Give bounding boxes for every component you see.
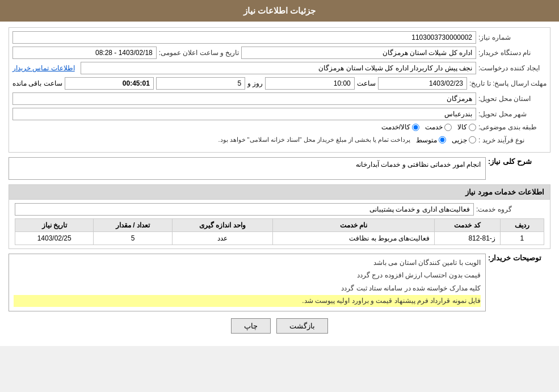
ijad-label: ایجاد کننده درخواست: — [478, 64, 547, 72]
radio-jozii[interactable]: جزیی — [452, 136, 476, 144]
group-label: گروه خدمت: — [476, 205, 544, 213]
noe-farayand-radio-group: جزیی متوسط — [416, 136, 476, 144]
radio-motavaset-input[interactable] — [439, 136, 446, 144]
buttons-row: بازگشت چاپ — [9, 318, 550, 334]
cell-nam: فعالیت‌های مربوط به نظافت — [272, 232, 434, 245]
radio-motavaset-label: متوسط — [416, 136, 437, 144]
buyer-note-line: قیمت بدون احتساب ارزش افزوده درج گردد — [14, 269, 481, 281]
cell-radif: 1 — [500, 232, 544, 245]
services-table-header: ردیف کد خدمت نام خدمت واحد اندازه گیری ت… — [15, 219, 544, 232]
mohlat-roz-label: روز و — [247, 79, 263, 87]
namdastgah-label: نام دستگاه خریدار: — [478, 49, 547, 57]
services-tbody: 1 ز-81-812 فعالیت‌های مربوط به نظافت عدد… — [15, 232, 544, 245]
mohlat-row: مهلت ارسال پاسخ: تا تاریخ: 1403/02/23 سا… — [12, 77, 547, 90]
sharh-value: انجام امور خدماتی نظافتی و خدمات آبدارخا… — [9, 157, 486, 180]
radio-motavaset[interactable]: متوسط — [416, 136, 446, 144]
group-value: فعالیت‌های اداری و خدمات پشتیبانی — [15, 203, 474, 216]
tarikh-label: تاریخ و ساعت اعلان عمومی: — [159, 49, 239, 57]
ostan-row: استان محل تحویل: هرمزگان — [12, 92, 547, 105]
radio-kala-khedmat[interactable]: کالا/خدمت — [381, 123, 419, 131]
radio-kala-khedmat-input[interactable] — [412, 124, 419, 131]
ostan-value: هرمزگان — [12, 92, 476, 105]
mohlat-saat-label: ساعت — [357, 79, 376, 87]
buyer-notes: الویت با تامین کنندگان استان می باشدقیمت… — [9, 254, 486, 311]
buyer-note-line: فایل نمونه قرارداد فرم پیشنهاد قیمت و بر… — [14, 295, 481, 306]
radio-khedmat[interactable]: خدمت — [425, 123, 452, 131]
chap-button[interactable]: چاپ — [231, 318, 271, 334]
bazgasht-button[interactable]: بازگشت — [276, 318, 328, 334]
header-row: ردیف کد خدمت نام خدمت واحد اندازه گیری ت… — [15, 219, 544, 232]
services-table: ردیف کد خدمت نام خدمت واحد اندازه گیری ت… — [15, 218, 544, 245]
noe-farayand-row: نوع فرآیند خرید : جزیی متوسط پرداخت تمام… — [12, 134, 547, 146]
col-tedad: تعداد / مقدار — [94, 219, 172, 232]
col-nam: نام خدمت — [272, 219, 434, 232]
shahr-label: شهر محل تحویل: — [478, 110, 547, 118]
ijad-row: ایجاد کننده درخواست: نجف پیش دار کاربردا… — [12, 62, 547, 74]
namdastgah-value: اداره کل شیلات استان هرمزگان — [241, 47, 476, 59]
radio-kala-khedmat-label: کالا/خدمت — [381, 123, 410, 131]
shomare-niaz-row: شماره نیاز: 1103003730000002 — [12, 31, 547, 44]
group-khedmat-row: گروه خدمت: فعالیت‌های اداری و خدمات پشتی… — [15, 203, 544, 216]
main-info-section: شماره نیاز: 1103003730000002 نام دستگاه … — [9, 27, 550, 153]
mohlat-baqi-label: ساعت باقی مانده — [12, 79, 62, 87]
mohlat-label: مهلت ارسال پاسخ: تا تاریخ: — [469, 79, 547, 87]
page-title: جزئیات اطلاعات نیاز — [243, 6, 316, 15]
radio-kala[interactable]: کالا — [457, 123, 476, 131]
namdastgah-row: نام دستگاه خریدار: اداره کل شیلات استان … — [12, 47, 547, 59]
cell-tarikh: 1403/02/25 — [15, 232, 94, 245]
shahr-value: بندرعباس — [12, 108, 476, 120]
tosaif-row: توصیحات خریدار: الویت با تامین کنندگان ا… — [9, 254, 550, 311]
khedamat-inner: گروه خدمت: فعالیت‌های اداری و خدمات پشتی… — [9, 200, 550, 248]
tabaqebandi-row: طبقه بندی موضوعی: کالا خدمت کالا/خدمت — [12, 123, 547, 131]
page-header: جزئیات اطلاعات نیاز — [0, 0, 559, 22]
tosaif-title: توصیحات خریدار: — [488, 254, 550, 262]
shahr-row: شهر محل تحویل: بندرعباس — [12, 108, 547, 120]
ostan-label: استان محل تحویل: — [478, 95, 547, 103]
radio-khedmat-label: خدمت — [425, 123, 443, 131]
cell-tedad: 5 — [94, 232, 172, 245]
radio-jozii-label: جزیی — [452, 136, 467, 144]
cell-vahed: عدد — [172, 232, 272, 245]
radio-khedmat-input[interactable] — [444, 124, 452, 131]
buyer-note-line: الویت با تامین کنندگان استان می باشد — [14, 257, 481, 268]
mohlat-saat: 10:00 — [265, 77, 354, 90]
khedamat-section: اطلاعات خدمات مورد نیاز گروه خدمت: فعالی… — [9, 184, 550, 249]
mohlat-baqi: 00:45:01 — [65, 77, 154, 90]
col-tarikh: تاریخ نیاز — [15, 219, 94, 232]
tarikh-value: 1403/02/18 - 08:28 — [12, 47, 157, 59]
tabaqebandi-label: طبقه بندی موضوعی: — [478, 123, 547, 131]
page-wrapper: جزئیات اطلاعات نیاز شماره نیاز: 11030037… — [0, 0, 559, 346]
mohlat-roz: 5 — [156, 77, 245, 90]
col-kod: کد خدمت — [435, 219, 501, 232]
sharh-row: شرح کلی نیاز: انجام امور خدماتی نظافتی و… — [9, 157, 550, 180]
main-content: شماره نیاز: 1103003730000002 نام دستگاه … — [0, 22, 559, 346]
cell-kod: ز-81-812 — [435, 232, 501, 245]
table-row: 1 ز-81-812 فعالیت‌های مربوط به نظافت عدد… — [15, 232, 544, 245]
ettelaat-link[interactable]: اطلاعات تماس خریدار — [12, 64, 75, 72]
shomare-niaz-label: شماره نیاز: — [478, 33, 547, 41]
col-radif: ردیف — [500, 219, 544, 232]
sharh-title: شرح کلی نیاز: — [488, 157, 550, 166]
khedamat-section-title: اطلاعات خدمات مورد نیاز — [9, 185, 550, 200]
radio-kala-label: کالا — [457, 123, 467, 131]
radio-kala-input[interactable] — [469, 124, 476, 131]
buyer-note-line: کلیه مدارک خواسته شده در سامانه ستاد ثبت… — [14, 283, 481, 294]
ijad-value: نجف پیش دار کاربردار اداره کل شیلات استا… — [81, 62, 476, 74]
purchase-note: پرداخت تمام یا بخشی از مبلغ خریداز محل "… — [12, 134, 414, 146]
form-grid: شماره نیاز: 1103003730000002 نام دستگاه … — [9, 28, 550, 152]
noe-farayand-label: نوع فرآیند خرید : — [478, 136, 547, 144]
col-vahed: واحد اندازه گیری — [172, 219, 272, 232]
radio-jozii-input[interactable] — [469, 136, 476, 144]
mohlat-date: 1403/02/23 — [378, 77, 467, 90]
tabaqebandi-radio-group: کالا خدمت کالا/خدمت — [381, 123, 476, 131]
shomare-niaz-value: 1103003730000002 — [12, 31, 476, 44]
